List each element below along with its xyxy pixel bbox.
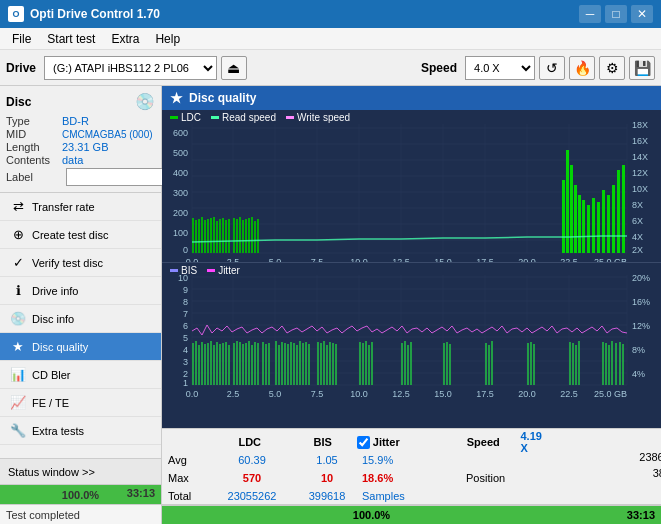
svg-text:7.5: 7.5 bbox=[311, 389, 324, 399]
svg-text:16%: 16% bbox=[632, 297, 650, 307]
svg-rect-177 bbox=[491, 341, 493, 385]
svg-text:5.0: 5.0 bbox=[269, 389, 282, 399]
svg-text:20.0: 20.0 bbox=[518, 389, 536, 399]
sidebar-item-disc-info[interactable]: 💿 Disc info bbox=[0, 305, 161, 333]
svg-rect-143 bbox=[268, 343, 270, 385]
svg-rect-127 bbox=[216, 342, 218, 385]
eject-button[interactable]: ⏏ bbox=[221, 56, 247, 80]
disc-mid-label: MID bbox=[6, 128, 62, 140]
svg-text:10.0: 10.0 bbox=[350, 389, 368, 399]
top-chart-legend: LDC Read speed Write speed bbox=[170, 112, 350, 123]
svg-rect-128 bbox=[219, 344, 221, 385]
sidebar-item-disc-quality[interactable]: ★ Disc quality bbox=[0, 333, 161, 361]
stats-total-row: Total 23055262 399618 Samples bbox=[168, 487, 551, 505]
jitter-legend-dot bbox=[207, 269, 215, 272]
save-button[interactable]: 💾 bbox=[629, 56, 655, 80]
svg-rect-36 bbox=[192, 218, 194, 253]
svg-rect-185 bbox=[602, 342, 604, 385]
disc-header: Disc 💿 bbox=[6, 92, 155, 111]
disc-mid-value: CMCMAGBA5 (000) bbox=[62, 129, 153, 140]
svg-rect-56 bbox=[254, 221, 256, 253]
menu-file[interactable]: File bbox=[4, 30, 39, 48]
disc-contents-label: Contents bbox=[6, 154, 62, 166]
sidebar-item-drive-info[interactable]: ℹ Drive info bbox=[0, 277, 161, 305]
svg-rect-70 bbox=[617, 170, 620, 253]
svg-rect-165 bbox=[365, 341, 367, 385]
svg-rect-139 bbox=[254, 342, 256, 385]
svg-rect-180 bbox=[533, 344, 535, 385]
disc-icon: 💿 bbox=[135, 92, 155, 111]
sidebar-item-fe-te[interactable]: 📈 FE / TE bbox=[0, 389, 161, 417]
svg-text:25.0 GB: 25.0 GB bbox=[594, 257, 627, 262]
titlebar-left: O Opti Drive Control 1.70 bbox=[8, 6, 160, 22]
drive-select[interactable]: (G:) ATAPI iHBS112 2 PL06 bbox=[44, 56, 216, 80]
svg-text:12%: 12% bbox=[632, 321, 650, 331]
burn-button[interactable]: 🔥 bbox=[569, 56, 595, 80]
svg-rect-182 bbox=[572, 343, 574, 385]
svg-rect-57 bbox=[257, 219, 259, 253]
svg-rect-39 bbox=[201, 217, 203, 253]
jitter-legend: Jitter bbox=[207, 265, 240, 276]
svg-rect-69 bbox=[612, 185, 615, 253]
refresh-button[interactable]: ↺ bbox=[539, 56, 565, 80]
chart-title: Disc quality bbox=[189, 91, 256, 105]
svg-rect-189 bbox=[615, 343, 617, 385]
sidebar-item-create-test-disc[interactable]: ⊕ Create test disc bbox=[0, 221, 161, 249]
nav-label-fe-te: FE / TE bbox=[32, 397, 69, 409]
svg-rect-41 bbox=[207, 219, 209, 253]
svg-text:0.0: 0.0 bbox=[186, 389, 199, 399]
svg-text:400: 400 bbox=[173, 168, 188, 178]
svg-rect-161 bbox=[332, 343, 334, 385]
svg-rect-64 bbox=[587, 205, 590, 253]
svg-rect-66 bbox=[597, 202, 600, 253]
minimize-button[interactable]: ─ bbox=[579, 5, 601, 23]
disc-type-row: Type BD-R bbox=[6, 115, 155, 127]
menu-extra[interactable]: Extra bbox=[103, 30, 147, 48]
sidebar-item-cd-bler[interactable]: 📊 CD Bler bbox=[0, 361, 161, 389]
status-window-button[interactable]: Status window >> bbox=[0, 458, 161, 484]
disc-label-label: Label bbox=[6, 171, 62, 183]
cd-bler-icon: 📊 bbox=[10, 367, 26, 383]
svg-rect-65 bbox=[592, 198, 595, 253]
speed-column-header: Speed bbox=[454, 436, 512, 448]
drive-label: Drive bbox=[6, 61, 36, 75]
sidebar: Disc 💿 Type BD-R MID CMCMAGBA5 (000) Len… bbox=[0, 86, 162, 524]
sidebar-item-verify-test-disc[interactable]: ✓ Verify test disc bbox=[0, 249, 161, 277]
menu-help[interactable]: Help bbox=[147, 30, 188, 48]
svg-rect-132 bbox=[233, 343, 235, 385]
svg-text:6: 6 bbox=[183, 321, 188, 331]
svg-rect-152 bbox=[299, 341, 301, 385]
svg-text:20.0: 20.0 bbox=[518, 257, 536, 262]
maximize-button[interactable]: □ bbox=[605, 5, 627, 23]
disc-label-row: Label 📁 bbox=[6, 168, 155, 186]
jitter-checkbox[interactable] bbox=[357, 436, 370, 449]
svg-rect-164 bbox=[362, 343, 364, 385]
toolbar: Drive (G:) ATAPI iHBS112 2 PL06 ⏏ Speed … bbox=[0, 50, 661, 86]
svg-text:7: 7 bbox=[183, 309, 188, 319]
menu-start-test[interactable]: Start test bbox=[39, 30, 103, 48]
svg-rect-120 bbox=[195, 341, 197, 385]
svg-rect-157 bbox=[320, 343, 322, 385]
settings-button[interactable]: ⚙ bbox=[599, 56, 625, 80]
speed-select[interactable]: 4.0 X bbox=[465, 56, 535, 80]
avg-label: Avg bbox=[168, 454, 212, 466]
svg-rect-37 bbox=[195, 220, 197, 253]
svg-rect-176 bbox=[488, 345, 490, 385]
svg-text:22.5: 22.5 bbox=[560, 389, 578, 399]
svg-text:1: 1 bbox=[183, 378, 188, 388]
transfer-rate-icon: ⇄ bbox=[10, 199, 26, 215]
bis-column-header: BIS bbox=[289, 436, 357, 448]
bis-legend-label: BIS bbox=[181, 265, 197, 276]
svg-rect-178 bbox=[527, 343, 529, 385]
chart-header-icon: ★ bbox=[170, 90, 183, 106]
sidebar-item-extra-tests[interactable]: 🔧 Extra tests bbox=[0, 417, 161, 445]
nav-label-create-test-disc: Create test disc bbox=[32, 229, 108, 241]
svg-rect-149 bbox=[290, 342, 292, 385]
disc-quality-icon: ★ bbox=[10, 339, 26, 355]
svg-rect-175 bbox=[485, 343, 487, 385]
close-button[interactable]: ✕ bbox=[631, 5, 653, 23]
max-ldc: 570 bbox=[212, 472, 292, 484]
sidebar-item-transfer-rate[interactable]: ⇄ Transfer rate bbox=[0, 193, 161, 221]
svg-rect-133 bbox=[236, 341, 238, 385]
svg-text:10X: 10X bbox=[632, 184, 648, 194]
